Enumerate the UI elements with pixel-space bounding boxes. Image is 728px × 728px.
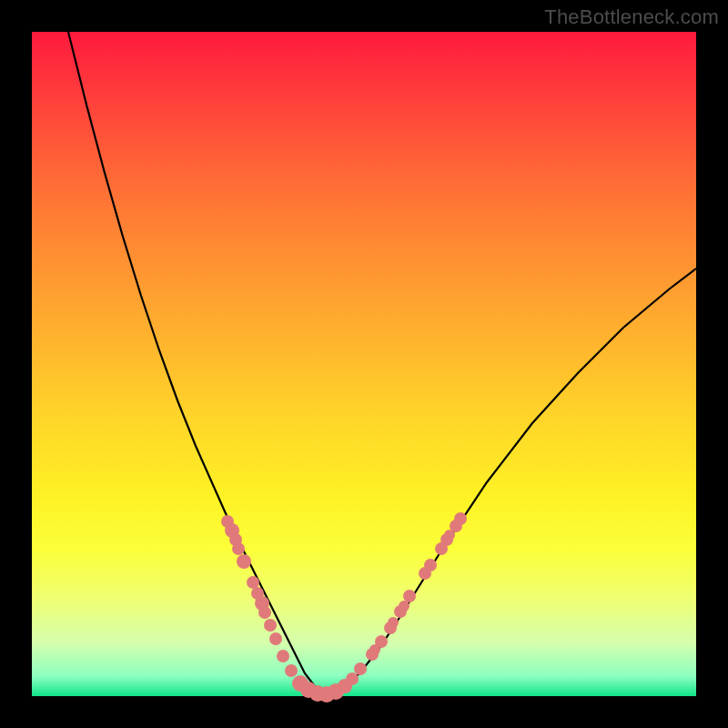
data-marker [346,672,359,685]
data-marker [258,606,271,619]
data-marker [237,554,251,569]
data-marker [277,650,289,662]
data-marker [403,590,416,602]
data-marker [424,559,437,571]
data-marker [388,617,399,628]
watermark-text: TheBottleneck.com [544,5,719,29]
chart-frame: TheBottleneck.com [0,0,728,728]
data-marker [264,619,277,632]
data-marker [247,576,259,589]
data-marker [232,542,245,555]
data-marker [375,635,388,648]
data-marker [354,662,367,675]
plot-area [32,32,696,696]
data-marker [285,664,298,677]
data-marker [399,601,410,612]
curve-svg [32,32,696,696]
bottleneck-curve [68,32,696,694]
data-marker [269,632,282,645]
curve-markers [221,512,467,703]
data-marker [454,512,467,525]
